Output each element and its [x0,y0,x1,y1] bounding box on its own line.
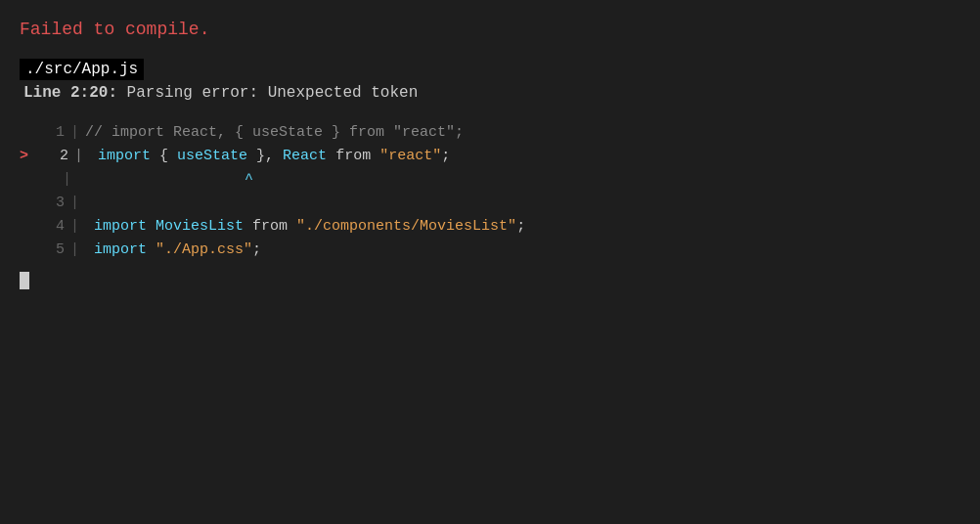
pipe-3: | [70,192,79,215]
bracket-close: } [256,145,265,168]
error-line-info: Line 2:20: Parsing error: Unexpected tok… [23,84,960,102]
line-num-2: 2 [39,145,68,168]
keyword-import-4: import [85,215,156,239]
arrow-5 [20,239,33,262]
line-num-4: 4 [35,215,65,239]
string-react: "react" [379,145,441,168]
arrow-2: > [20,145,37,168]
pipe-5: | [70,239,79,262]
caret-spaces: ^ [77,168,253,192]
string-appcss: "./App.css" [156,239,252,262]
string-movieslist: "./components/MoviesList" [296,215,516,239]
movieslist-text: MoviesList [156,215,252,239]
line-num-5: 5 [35,239,65,262]
code-block: 1 | // import React, { useState } from "… [20,121,960,262]
bracket-open: { [159,145,177,168]
code-content-1: // import React, { useState } from "reac… [85,121,464,145]
pipe-caret: | [63,168,71,192]
semicolon-2: ; [441,145,450,168]
arrow-caret [20,168,33,192]
code-row-1: 1 | // import React, { useState } from "… [20,121,960,145]
usestate-text: useState [177,145,256,168]
react-text: React [283,145,335,168]
from-text: from [335,145,379,168]
arrow-3 [20,192,33,215]
file-path-label: ./src/App.js [20,59,144,80]
terminal-cursor [20,272,29,289]
code-row-5: 5 | import "./App.css"; [20,239,960,262]
caret-row: | ^ [20,168,960,192]
semi-5: ; [252,239,261,262]
cursor-row [20,272,960,289]
error-container: Failed to compile. ./src/App.js Line 2:2… [0,0,980,524]
pipe-1: | [70,121,79,145]
semi-4: ; [516,215,525,239]
comma: , [265,145,283,168]
failed-to-compile-message: Failed to compile. [20,20,960,39]
line-num-1: 1 [35,121,65,145]
file-path-block: ./src/App.js [20,59,960,84]
from-4: from [252,215,296,239]
arrow-4 [20,215,33,239]
line-ref: Line 2:20: [23,84,117,102]
code-row-3: 3 | [20,192,960,215]
keyword-import-5: import [85,239,156,262]
line-num-3: 3 [35,192,65,215]
code-row-2: > 2 | import { useState }, React from "r… [20,145,960,168]
arrow-1 [20,121,33,145]
code-row-4: 4 | import MoviesList from "./components… [20,215,960,239]
keyword-import: import [89,145,159,168]
error-text: Parsing error: Unexpected token [117,84,418,102]
pipe-2: | [74,145,83,168]
pipe-4: | [70,215,79,239]
